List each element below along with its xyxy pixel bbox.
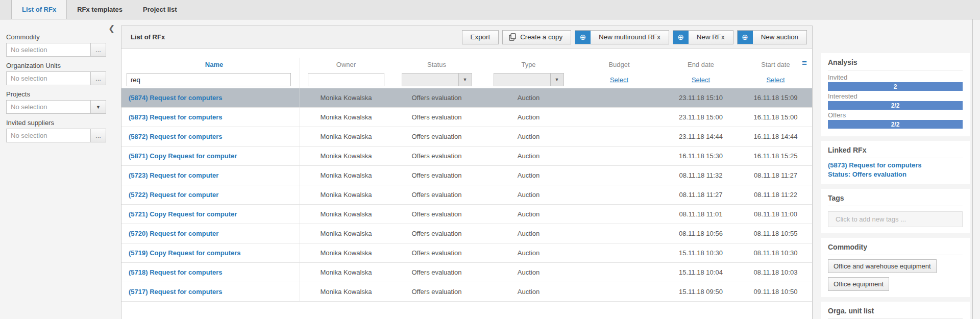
- table-row[interactable]: (5871) Copy Request for computerMonika K…: [121, 146, 812, 166]
- table-row[interactable]: (5718) Request for computersMonika Kowal…: [121, 263, 812, 282]
- column-header-budget[interactable]: Budget: [576, 61, 663, 68]
- linked-rfx-title: Linked RFx: [828, 146, 963, 158]
- type-cell: Auction: [481, 171, 576, 179]
- toolbar: Export Create a copy ⊕ New multiround RF…: [462, 30, 807, 44]
- end-date-select-link[interactable]: Select: [692, 76, 710, 84]
- chevron-down-icon: ▼: [550, 73, 564, 86]
- column-settings-icon[interactable]: ≡: [802, 58, 807, 68]
- owner-cell: Monika Kowalska: [300, 152, 392, 160]
- commodity-chip[interactable]: Office equipment: [828, 277, 889, 291]
- tab-project-list[interactable]: Project list: [133, 0, 187, 19]
- rfx-name-link[interactable]: (5721) Copy Request for computer: [121, 205, 300, 224]
- rfx-name-link[interactable]: (5722) Request for computer: [121, 185, 300, 204]
- invited-suppliers-browse-button[interactable]: ...: [91, 129, 106, 142]
- linked-rfx-link[interactable]: (5873) Request for computers: [828, 161, 963, 169]
- new-rfx-label: New RFx: [689, 33, 733, 41]
- column-header-start-date[interactable]: Start date: [739, 61, 812, 68]
- linked-rfx-section: Linked RFx (5873) Request for computers …: [821, 141, 970, 184]
- column-header-status[interactable]: Status: [392, 61, 481, 68]
- metric-track: 2/2: [828, 101, 963, 110]
- budget-select-link[interactable]: Select: [610, 76, 628, 84]
- rfx-name-link[interactable]: (5871) Copy Request for computer: [121, 146, 300, 165]
- start-date-cell: 08.11.18 10:55: [739, 230, 812, 237]
- column-header-end-date[interactable]: End date: [663, 61, 739, 68]
- invited-suppliers-filter-input[interactable]: [6, 129, 91, 142]
- owner-cell: Monika Kowalska: [300, 230, 392, 237]
- plus-circle-icon: ⊕: [738, 30, 753, 44]
- new-multiround-rfx-label: New multiround RFx: [591, 33, 669, 41]
- new-rfx-button[interactable]: ⊕ New RFx: [673, 30, 733, 44]
- table-row[interactable]: (5719) Copy Request for computersMonika …: [121, 243, 812, 263]
- commodity-chip[interactable]: Office and warehouse equipment: [828, 259, 937, 273]
- invited-suppliers-filter-label: Invited suppliers: [6, 119, 108, 127]
- projects-filter-input[interactable]: [6, 100, 91, 114]
- owner-cell: Monika Kowalska: [300, 133, 392, 140]
- projects-filter-label: Projects: [6, 90, 108, 98]
- plus-circle-icon: ⊕: [673, 30, 689, 44]
- filter-sidebar: Commodity ... Organization Units ... Pro…: [6, 28, 108, 142]
- table-row[interactable]: (5723) Request for computerMonika Kowals…: [121, 166, 812, 185]
- org-units-browse-button[interactable]: ...: [91, 71, 106, 85]
- orga-unit-list-section: Orga. unit list: [821, 302, 970, 319]
- rfx-name-link[interactable]: (5723) Request for computer: [121, 166, 300, 185]
- tab-rfx-templates[interactable]: RFx templates: [67, 0, 133, 19]
- rfx-name-link[interactable]: (5718) Request for computers: [121, 263, 300, 282]
- rfx-list-panel: List of RFx Export Create a copy ⊕ New m…: [121, 26, 813, 319]
- commodity-title: Commodity: [828, 243, 963, 255]
- tab-list-of-rfx[interactable]: List of RFx: [11, 0, 67, 19]
- status-filter-select[interactable]: ▼: [402, 73, 472, 86]
- table-row[interactable]: (5873) Request for computersMonika Kowal…: [121, 108, 812, 127]
- start-date-select-link[interactable]: Select: [766, 76, 785, 84]
- tags-input[interactable]: Click to add new tags ...: [828, 211, 963, 227]
- status-cell: Offers evaluation: [392, 288, 481, 296]
- type-cell: Auction: [481, 152, 576, 160]
- end-date-cell: 23.11.18 15:00: [663, 113, 739, 121]
- column-header-type[interactable]: Type: [481, 61, 576, 68]
- rfx-name-link[interactable]: (5717) Request for computers: [121, 282, 300, 301]
- create-copy-button[interactable]: Create a copy: [502, 30, 571, 44]
- status-cell: Offers evaluation: [392, 113, 481, 121]
- table-row[interactable]: (5874) Request for computersMonika Kowal…: [121, 88, 812, 108]
- vertical-scrollbar[interactable]: [972, 19, 980, 319]
- new-auction-label: New auction: [753, 33, 806, 41]
- rfx-name-link[interactable]: (5872) Request for computers: [121, 127, 300, 146]
- rfx-name-link[interactable]: (5873) Request for computers: [121, 108, 300, 127]
- commodity-browse-button[interactable]: ...: [91, 43, 106, 57]
- rfx-name-link[interactable]: (5720) Request for computer: [121, 224, 300, 243]
- projects-dropdown-button[interactable]: ▼: [91, 100, 106, 114]
- status-cell: Offers evaluation: [392, 171, 481, 179]
- table-row[interactable]: (5721) Copy Request for computerMonika K…: [121, 205, 812, 224]
- status-cell: Offers evaluation: [392, 191, 481, 199]
- table-row[interactable]: (5720) Request for computerMonika Kowals…: [121, 224, 812, 243]
- export-button[interactable]: Export: [462, 30, 499, 44]
- owner-filter-input[interactable]: [308, 73, 384, 86]
- start-date-cell: 08.11.18 10:30: [739, 249, 812, 257]
- start-date-cell: 09.11.18 10:50: [739, 288, 812, 296]
- column-header-owner[interactable]: Owner: [300, 61, 392, 68]
- start-date-cell: 08.11.18 11:27: [739, 171, 812, 179]
- owner-cell: Monika Kowalska: [300, 210, 392, 218]
- rfx-name-link[interactable]: (5874) Request for computers: [121, 88, 300, 107]
- collapse-sidebar-icon[interactable]: ❮︎: [108, 23, 115, 33]
- create-copy-button-label: Create a copy: [516, 33, 571, 41]
- new-multiround-rfx-button[interactable]: ⊕ New multiround RFx: [575, 30, 669, 44]
- type-cell: Auction: [481, 94, 576, 102]
- chevron-down-icon: ▼: [96, 105, 101, 110]
- new-auction-button[interactable]: ⊕ New auction: [737, 30, 807, 44]
- commodity-filter-input[interactable]: [6, 43, 91, 57]
- table-row[interactable]: (5872) Request for computersMonika Kowal…: [121, 127, 812, 146]
- owner-cell: Monika Kowalska: [300, 191, 392, 199]
- rfx-name-link[interactable]: (5719) Copy Request for computers: [121, 243, 300, 262]
- name-filter-input[interactable]: [127, 73, 291, 86]
- table-row[interactable]: (5722) Request for computerMonika Kowals…: [121, 185, 812, 205]
- panel-header: List of RFx Export Create a copy ⊕ New m…: [121, 26, 812, 48]
- end-date-cell: 08.11.18 10:56: [663, 230, 739, 237]
- page-title: List of RFx: [131, 33, 165, 41]
- org-units-filter-input[interactable]: [6, 71, 91, 85]
- details-panel: Analysis Invited2Interested2/2Offers2/2 …: [821, 53, 970, 319]
- table-row[interactable]: (5717) Request for computersMonika Kowal…: [121, 282, 812, 302]
- orga-unit-list-title: Orga. unit list: [828, 307, 963, 319]
- type-filter-select[interactable]: ▼: [494, 73, 564, 86]
- column-header-name[interactable]: Name: [121, 58, 300, 71]
- metric-bar: 2: [828, 82, 963, 91]
